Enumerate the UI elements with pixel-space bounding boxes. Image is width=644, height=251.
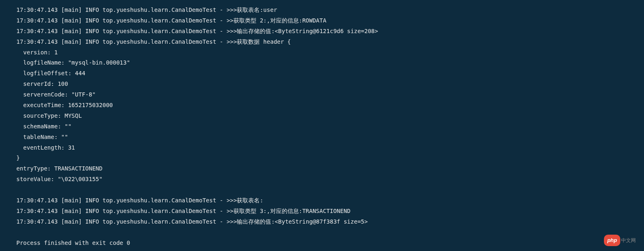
log-line: Process finished with exit code 0 (16, 238, 644, 249)
log-line: logfileName: "mysql-bin.000013" (16, 58, 644, 68)
log-line: executeTime: 1652175032000 (16, 100, 644, 111)
log-line: entryType: TRANSACTIONEND (16, 164, 644, 174)
log-line: storeValue: "\022\003155" (16, 174, 644, 185)
watermark-badge: php (604, 235, 620, 246)
log-line: schemaName: "" (16, 121, 644, 132)
log-line: 17:30:47.143 [main] INFO top.yueshushu.l… (16, 217, 644, 227)
blank-line (16, 185, 644, 195)
watermark-text: 中文网 (621, 236, 636, 245)
log-line: eventLength: 31 (16, 143, 644, 153)
log-line: serverId: 100 (16, 79, 644, 90)
log-line: serverenCode: "UTF-8" (16, 90, 644, 100)
log-line: 17:30:47.143 [main] INFO top.yueshushu.l… (16, 16, 644, 26)
log-line: tableName: "" (16, 132, 644, 143)
watermark: php 中文网 (604, 235, 636, 246)
log-line: 17:30:47.143 [main] INFO top.yueshushu.l… (16, 206, 644, 217)
log-line: 17:30:47.143 [main] INFO top.yueshushu.l… (16, 26, 644, 37)
console-output: 17:30:47.143 [main] INFO top.yueshushu.l… (16, 5, 644, 248)
log-line: 17:30:47.143 [main] INFO top.yueshushu.l… (16, 195, 644, 206)
log-line: version: 1 (16, 47, 644, 58)
log-line: sourceType: MYSQL (16, 111, 644, 121)
log-line: 17:30:47.143 [main] INFO top.yueshushu.l… (16, 37, 644, 47)
log-line: 17:30:47.143 [main] INFO top.yueshushu.l… (16, 5, 644, 16)
log-line: logfileOffset: 444 (16, 68, 644, 79)
blank-line (16, 227, 644, 238)
log-line: } (16, 153, 644, 164)
